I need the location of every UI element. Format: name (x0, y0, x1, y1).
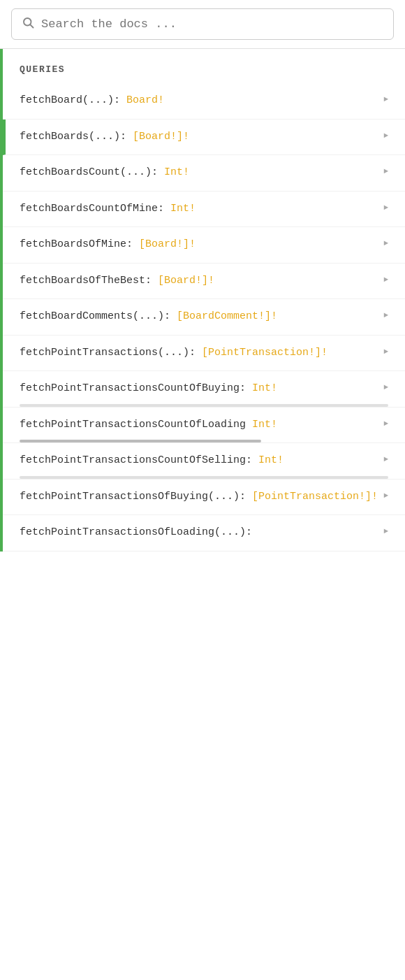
query-text-fetchPointTransactionsOfLoading: fetchPointTransactionsOfLoading(...): (20, 525, 378, 541)
query-item-fetchBoardsOfMine[interactable]: fetchBoardsOfMine: [Board!]! ► (3, 227, 405, 264)
query-item-fetchPointTransactions[interactable]: fetchPointTransactions(...): [PointTrans… (3, 336, 405, 372)
query-text-fetchBoardsOfMine: fetchBoardsOfMine: [Board!]! (20, 237, 378, 253)
query-item-fetchPointTransactionsOfLoading[interactable]: fetchPointTransactionsOfLoading(...): ► (3, 515, 405, 552)
query-item-fetchBoardsCountOfMine[interactable]: fetchBoardsCountOfMine: Int! ► (3, 192, 405, 228)
query-item-fetchPointTransactionsOfBuying[interactable]: fetchPointTransactionsOfBuying(...): [Po… (3, 480, 405, 516)
chevron-right-icon: ► (383, 203, 388, 212)
query-item-fetchPointTransactionsCountOfBuying[interactable]: fetchPointTransactionsCountOfBuying: Int… (3, 371, 405, 408)
section-header: QUERIES (3, 49, 405, 83)
query-text-fetchPointTransactionsCountOfBuying: fetchPointTransactionsCountOfBuying: Int… (20, 381, 378, 397)
chevron-right-icon: ► (383, 491, 388, 500)
query-item-fetchPointTransactionsCountOfSelling[interactable]: fetchPointTransactionsCountOfSelling: In… (3, 443, 405, 480)
chevron-right-icon: ► (383, 347, 388, 356)
chevron-right-icon: ► (383, 167, 388, 175)
chevron-right-icon: ► (383, 95, 388, 103)
sidebar: QUERIES fetchBoard(...): Board! ► fetchB… (0, 49, 405, 552)
query-item-fetchBoard[interactable]: fetchBoard(...): Board! ► (3, 83, 405, 120)
chevron-right-icon: ► (383, 455, 388, 463)
query-text-fetchBoardsCount: fetchBoardsCount(...): Int! (20, 165, 378, 181)
chevron-right-icon: ► (383, 275, 388, 284)
chevron-right-icon: ► (383, 527, 388, 535)
query-text-fetchBoard: fetchBoard(...): Board! (20, 93, 378, 109)
query-item-fetchBoards[interactable]: fetchBoards(...): [Board!]! ► (3, 120, 405, 156)
svg-line-1 (30, 24, 33, 27)
query-item-fetchBoardComments[interactable]: fetchBoardComments(...): [BoardComment!]… (3, 299, 405, 336)
query-item-fetchBoardsOfTheBest[interactable]: fetchBoardsOfTheBest: [Board!]! ► (3, 264, 405, 300)
chevron-right-icon: ► (383, 383, 388, 391)
search-icon (22, 16, 34, 32)
query-text-fetchBoardComments: fetchBoardComments(...): [BoardComment!]… (20, 309, 378, 325)
query-item-fetchPointTransactionsCountOfLoading[interactable]: fetchPointTransactionsCountOfLoading Int… (3, 408, 405, 444)
search-input[interactable] (41, 17, 383, 31)
query-text-fetchBoardsOfTheBest: fetchBoardsOfTheBest: [Board!]! (20, 273, 378, 289)
search-box[interactable] (11, 8, 394, 40)
chevron-right-icon: ► (383, 419, 388, 428)
chevron-right-icon: ► (383, 131, 388, 140)
query-text-fetchBoardsCountOfMine: fetchBoardsCountOfMine: Int! (20, 201, 378, 217)
query-text-fetchPointTransactions: fetchPointTransactions(...): [PointTrans… (20, 345, 378, 361)
query-text-fetchPointTransactionsOfBuying: fetchPointTransactionsOfBuying(...): [Po… (20, 489, 378, 505)
queries-list: fetchBoard(...): Board! ► fetchBoards(..… (3, 83, 405, 552)
query-text-fetchBoards: fetchBoards(...): [Board!]! (20, 129, 378, 145)
query-text-fetchPointTransactionsCountOfSelling: fetchPointTransactionsCountOfSelling: In… (20, 453, 378, 469)
query-text-fetchPointTransactionsCountOfLoading: fetchPointTransactionsCountOfLoading Int… (20, 417, 378, 433)
chevron-right-icon: ► (383, 239, 388, 247)
query-item-fetchBoardsCount[interactable]: fetchBoardsCount(...): Int! ► (3, 155, 405, 192)
search-container (0, 0, 405, 49)
chevron-right-icon: ► (383, 311, 388, 319)
